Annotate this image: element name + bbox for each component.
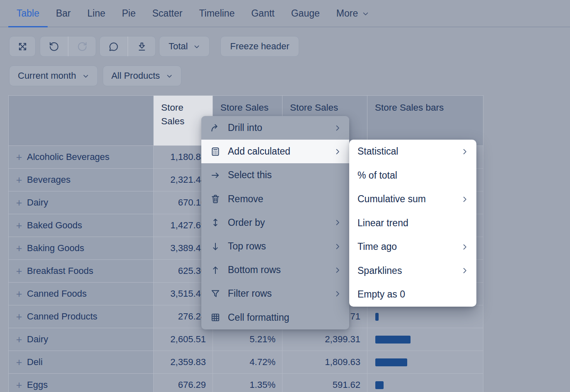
- table-row: +Deli2,359.834.72%1,809.63: [9, 351, 483, 374]
- tab-bar[interactable]: Bar: [48, 0, 79, 27]
- undo-button[interactable]: [40, 36, 68, 56]
- cell-bar: [367, 328, 483, 351]
- expand-row-icon[interactable]: +: [15, 220, 23, 232]
- filter-all-products[interactable]: All Products: [103, 65, 181, 86]
- redo-button[interactable]: [68, 36, 96, 56]
- undo-icon: [48, 41, 60, 52]
- total-dropdown-label: Total: [169, 41, 188, 52]
- chevron-down-icon: [193, 44, 200, 50]
- cell-c1: 2,359.83: [154, 351, 213, 374]
- row-header-alcoholic-beverages[interactable]: +Alcoholic Beverages: [9, 146, 154, 169]
- menu-item-label: Top rows: [228, 241, 266, 252]
- table-row: +Dairy2,605.515.21%2,399.31: [9, 328, 483, 351]
- submenu-item-linear-trend[interactable]: Linear trend: [349, 211, 476, 235]
- chevron-right-icon: [333, 290, 342, 298]
- toolbar: Total Freeze header: [9, 36, 570, 57]
- tab-timeline[interactable]: Timeline: [191, 0, 243, 27]
- row-header-baking-goods[interactable]: +Baking Goods: [9, 237, 154, 260]
- tab-label: More: [336, 8, 358, 19]
- tab-scatter[interactable]: Scatter: [144, 0, 191, 27]
- chevron-right-icon: [333, 124, 342, 132]
- row-header-eggs[interactable]: +Eggs: [9, 374, 154, 392]
- chevron-down-icon: [166, 73, 173, 80]
- tab-line[interactable]: Line: [79, 0, 114, 27]
- row-header-canned-foods[interactable]: +Canned Foods: [9, 283, 154, 305]
- submenu-item-label: Sparklines: [357, 265, 402, 276]
- expand-row-icon[interactable]: +: [15, 334, 23, 346]
- submenu-item-empty-as-0[interactable]: Empty as 0: [349, 283, 476, 307]
- row-header-canned-products[interactable]: +Canned Products: [9, 305, 154, 328]
- menu-item-order-by[interactable]: Order by: [201, 211, 349, 235]
- expand-row-icon[interactable]: +: [15, 288, 23, 300]
- tab-table[interactable]: Table: [8, 0, 48, 27]
- table-row: +Eggs676.291.35%591.62: [9, 374, 483, 392]
- menu-item-label: Bottom rows: [228, 264, 281, 276]
- submenu-item-label: Cumulative sum: [357, 194, 426, 205]
- chevron-right-icon: [333, 148, 342, 156]
- row-header-dairy[interactable]: +Dairy: [9, 328, 154, 351]
- submenu-item-sparklines[interactable]: Sparklines: [349, 259, 476, 283]
- download-button[interactable]: [128, 36, 155, 56]
- expand-row-icon[interactable]: +: [15, 265, 23, 277]
- menu-item-select-this[interactable]: Select this: [201, 163, 349, 187]
- fullscreen-button[interactable]: [9, 36, 36, 57]
- menu-item-add-calculated[interactable]: Add calculated: [201, 140, 349, 163]
- expand-row-icon[interactable]: +: [15, 197, 23, 209]
- corner-header-cell[interactable]: [9, 96, 154, 146]
- row-header-dairy[interactable]: +Dairy: [9, 191, 154, 214]
- menu-item-label: Remove: [228, 194, 263, 205]
- tab-label: Timeline: [199, 8, 234, 19]
- sales-bar: [375, 381, 384, 389]
- menu-item-filter-rows[interactable]: Filter rows: [201, 282, 349, 305]
- cell-c3: 591.62: [283, 374, 367, 392]
- expand-row-icon[interactable]: +: [15, 151, 23, 163]
- chevron-right-icon: [461, 195, 469, 203]
- tab-gauge[interactable]: Gauge: [283, 0, 328, 27]
- expand-row-icon[interactable]: +: [15, 174, 23, 186]
- menu-item-drill-into[interactable]: Drill into: [201, 116, 349, 140]
- menu-item-bottom-rows[interactable]: Bottom rows: [201, 258, 349, 282]
- calculator-icon: [210, 146, 221, 157]
- row-header-deli[interactable]: +Deli: [9, 351, 154, 374]
- submenu-item-statistical[interactable]: Statistical: [349, 140, 476, 164]
- row-header-breakfast-foods[interactable]: +Breakfast Foods: [9, 260, 154, 283]
- cell-c3: 2,399.31: [283, 328, 367, 351]
- submenu-item-time-ago[interactable]: Time ago: [349, 235, 476, 259]
- row-header-beverages[interactable]: +Beverages: [9, 169, 154, 191]
- tab-pie[interactable]: Pie: [114, 0, 144, 27]
- tab-label: Gauge: [291, 8, 320, 19]
- column-header-store-sales-bars[interactable]: Store Sales bars: [367, 96, 483, 146]
- row-header-baked-goods[interactable]: +Baked Goods: [9, 214, 154, 237]
- add-calculated-submenu: Statistical% of totalCumulative sumLinea…: [349, 140, 476, 307]
- expand-row-icon[interactable]: +: [15, 242, 23, 254]
- expand-row-icon[interactable]: +: [15, 356, 23, 368]
- tab-more[interactable]: More: [328, 0, 377, 27]
- row-label: Beverages: [27, 174, 70, 185]
- row-label: Baking Goods: [27, 243, 84, 254]
- menu-item-remove[interactable]: Remove: [201, 187, 349, 211]
- submenu-item-cumulative-sum[interactable]: Cumulative sum: [349, 187, 476, 211]
- filter-current-month[interactable]: Current month: [9, 65, 98, 86]
- submenu-item-of-total[interactable]: % of total: [349, 164, 476, 188]
- chevron-right-icon: [333, 266, 342, 274]
- freeze-header-label: Freeze header: [230, 41, 289, 52]
- total-dropdown[interactable]: Total: [159, 36, 210, 57]
- tab-label: Pie: [122, 8, 135, 19]
- filter-label: All Products: [111, 70, 160, 81]
- expand-row-icon[interactable]: +: [15, 311, 23, 323]
- cell-bar: [367, 374, 483, 392]
- menu-item-top-rows[interactable]: Top rows: [201, 235, 349, 258]
- menu-item-cell-formatting[interactable]: Cell formatting: [201, 306, 349, 329]
- row-label: Canned Foods: [27, 288, 87, 299]
- comment-button[interactable]: [100, 36, 128, 56]
- row-label: Baked Goods: [27, 220, 82, 231]
- expand-row-icon[interactable]: +: [15, 379, 23, 391]
- redo-icon: [77, 41, 88, 52]
- arrow-up-down-icon: [210, 217, 221, 228]
- tab-gantt[interactable]: Gantt: [243, 0, 283, 27]
- filter-bar: Current monthAll Products: [9, 65, 570, 86]
- freeze-header-button[interactable]: Freeze header: [220, 36, 299, 57]
- chevron-right-icon: [461, 266, 469, 275]
- funnel-icon: [210, 288, 221, 299]
- menu-item-label: Order by: [228, 217, 265, 228]
